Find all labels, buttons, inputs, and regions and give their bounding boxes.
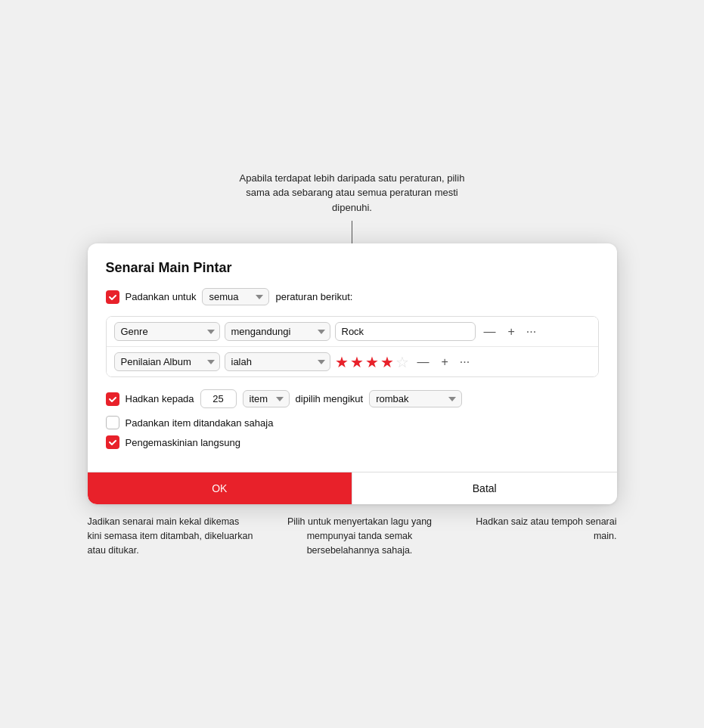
rules-area: Genre Artis Album mengandungi ialah buka… [106,316,599,377]
annotation-bottom-left: Jadikan senarai main kekal dikemas kini … [88,515,254,557]
match-checked-row: Padankan item ditandakan sahaja [106,416,599,429]
star-3: ★ [365,353,379,371]
match-row: Padankan untuk semua sebarang peraturan … [106,288,599,305]
live-update-checkbox[interactable] [106,435,119,449]
rule-field-rating[interactable]: Penilaian Album Genre [114,352,220,371]
limit-checkbox[interactable] [106,392,119,406]
rule-row-genre: Genre Artis Album mengandungi ialah buka… [107,317,598,347]
rule-remove-rating[interactable]: — [414,354,433,370]
rule-more-genre[interactable]: ··· [523,324,539,340]
live-update-label: Pengemaskinian langsung [126,437,241,448]
limit-section: Hadkan kepada item minit jam MB GB dipil… [106,389,599,472]
match-checkbox[interactable] [106,290,119,304]
dialog-inner: Senarai Main Pintar Padankan untuk semua… [88,243,617,472]
rule-add-genre[interactable]: + [504,324,519,340]
rule-row-rating: Penilaian Album Genre ialah mengandungi … [107,347,598,376]
live-update-row: Pengemaskinian langsung [106,435,599,449]
dialog-title: Senarai Main Pintar [106,260,599,276]
limit-value-input[interactable] [200,389,237,408]
annotation-line-top [352,221,353,243]
ok-button[interactable]: OK [88,472,353,504]
rule-remove-genre[interactable]: — [480,324,500,340]
button-row: OK Batal [88,472,617,504]
match-label-prefix: Padankan untuk [126,291,197,302]
annotation-bottom-center: Pilih untuk menyertakan lagu yang mempun… [284,515,436,557]
dialog: Senarai Main Pintar Padankan untuk semua… [88,243,617,504]
limit-label-prefix: Hadkan kepada [126,393,194,404]
star-5: ☆ [395,353,409,371]
rule-add-rating[interactable]: + [438,354,452,370]
star-1: ★ [335,353,349,371]
rule-condition-rating[interactable]: ialah mengandungi [225,352,330,371]
star-4: ★ [380,353,394,371]
match-dropdown[interactable]: semua sebarang [202,288,269,305]
rule-condition-genre[interactable]: mengandungi ialah bukan [225,322,330,341]
rule-value-genre[interactable] [335,322,476,341]
limit-sort-dropdown[interactable]: rombak tarikh ditambah tajuk artis [369,390,462,407]
match-checked-checkbox[interactable] [106,416,119,429]
annotation-top: Apabila terdapat lebih daripada satu per… [231,171,473,215]
match-label-suffix: peraturan berikut: [275,291,352,302]
page-container: Apabila terdapat lebih daripada satu per… [15,171,689,558]
cancel-button[interactable]: Batal [352,472,617,504]
limit-row: Hadkan kepada item minit jam MB GB dipil… [106,389,599,408]
match-checked-label: Padankan item ditandakan sahaja [126,417,274,429]
star-2: ★ [350,353,364,371]
annotations-bottom: Jadikan senarai main kekal dikemas kini … [88,515,617,557]
rule-field-genre[interactable]: Genre Artis Album [114,322,220,341]
annotation-bottom-right: Hadkan saiz atau tempoh senarai main. [466,515,617,557]
top-annotation-wrapper: Apabila terdapat lebih daripada satu per… [231,171,473,244]
limit-unit-dropdown[interactable]: item minit jam MB GB [243,390,290,407]
rule-value-stars[interactable]: ★ ★ ★ ★ ☆ [335,353,409,371]
limit-sort-label: dipilih mengikut [296,393,364,404]
rule-more-rating[interactable]: ··· [457,354,473,370]
